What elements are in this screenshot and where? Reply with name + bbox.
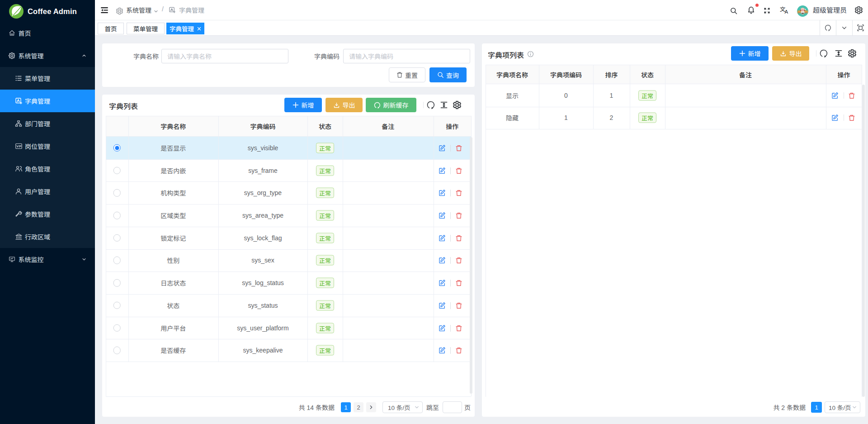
svg-text:A: A bbox=[785, 9, 788, 14]
